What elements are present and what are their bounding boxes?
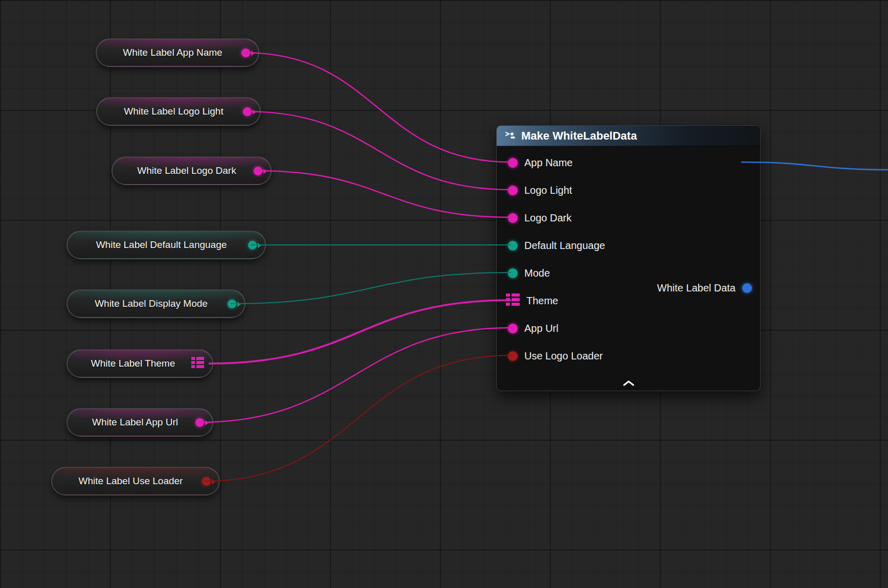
output-pin[interactable] [202,477,211,486]
pin-label: Logo Dark [524,212,571,224]
graph-canvas[interactable]: White Label App Name White Label Logo Li… [0,0,888,588]
pin-row-app-name: App Name [497,149,760,176]
node-white-label-app-name[interactable]: White Label App Name [96,38,259,67]
wire [205,355,511,481]
pin-label: App Name [524,157,573,169]
pin-label: Logo Light [524,185,572,196]
pin-label: White Label Data [657,282,736,294]
wire [257,171,511,217]
node-label: White Label Theme [79,358,191,369]
pin-row-app-url: App Url [497,314,760,342]
pin-row-use-logo-loader: Use Logo Loader [497,342,760,370]
wire [230,273,511,304]
node-label: White Label Default Language [79,239,248,251]
pin-label: Theme [526,295,558,307]
input-pin-list: App Name Logo Light Logo Dark Default La… [497,146,760,370]
input-pin[interactable] [508,324,518,333]
wire [244,53,511,162]
output-pin[interactable] [243,107,252,116]
pin-row-output: White Label Data [657,274,752,302]
node-label: White Label Logo Light [108,106,243,117]
input-pin[interactable] [508,158,518,168]
wire [741,162,888,170]
output-pin[interactable] [195,418,204,427]
pin-row-default-language: Default Language [497,232,760,259]
pin-label: Default Language [524,240,605,252]
pin-label: App Url [524,323,559,334]
pin-row-logo-dark: Logo Dark [497,204,760,232]
chevron-up-icon[interactable] [617,377,640,389]
node-white-label-app-url[interactable]: White Label App Url [66,408,213,437]
output-pin[interactable] [228,300,236,308]
output-pin[interactable] [742,283,752,293]
node-white-label-default-language[interactable]: White Label Default Language [66,231,266,259]
node-make-whitelabeldata[interactable]: Make WhiteLabelData App Name Logo Light … [496,125,761,391]
struct-grid-icon[interactable] [506,293,520,308]
output-pin[interactable] [241,49,250,57]
input-pin[interactable] [508,186,518,195]
node-label: White Label App Name [108,47,241,58]
pin-label: Use Logo Loader [524,350,603,362]
pin-label: Mode [524,267,550,279]
node-label: White Label Display Mode [79,298,228,309]
output-pin[interactable] [254,167,262,175]
node-label: White Label App Url [79,417,195,428]
pin-row-logo-light: Logo Light [497,176,760,204]
node-white-label-theme[interactable]: White Label Theme [66,349,213,378]
node-header[interactable]: Make WhiteLabelData [497,126,760,146]
node-white-label-display-mode[interactable]: White Label Display Mode [66,289,246,318]
input-pin[interactable] [508,351,518,361]
node-white-label-logo-dark[interactable]: White Label Logo Dark [112,156,272,185]
struct-grid-icon[interactable] [191,357,204,371]
output-pin[interactable] [248,241,257,250]
wire [246,111,511,190]
node-label: White Label Logo Dark [124,165,254,176]
node-label: White Label Use Loader [63,476,202,487]
wire [209,300,511,364]
node-title: Make WhiteLabelData [521,129,637,143]
make-struct-icon [504,130,516,142]
wire [198,328,511,422]
input-pin[interactable] [508,241,518,251]
node-white-label-use-loader[interactable]: White Label Use Loader [51,467,220,495]
input-pin[interactable] [508,268,518,278]
node-white-label-logo-light[interactable]: White Label Logo Light [96,97,261,126]
input-pin[interactable] [508,213,518,223]
